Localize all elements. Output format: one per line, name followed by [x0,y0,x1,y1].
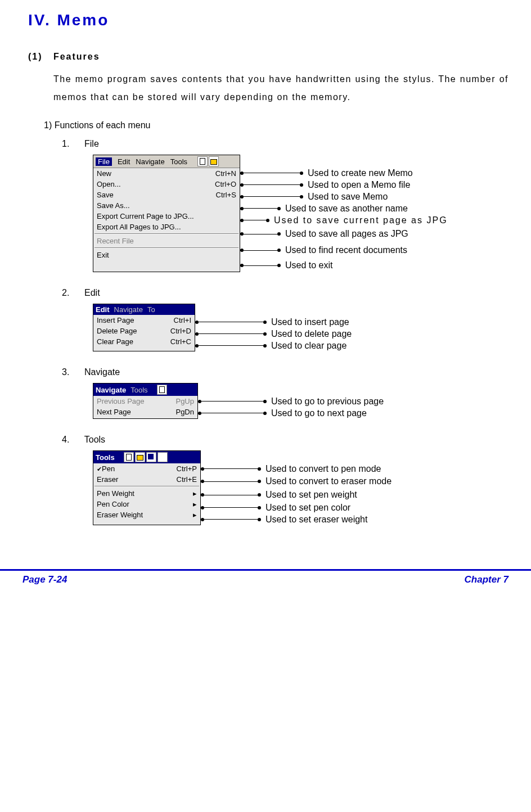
menuitem-prev[interactable]: Previous PagePgUp [93,396,197,407]
menu-edit[interactable]: Edit [96,305,110,314]
new-icon[interactable] [197,156,208,166]
tools-menu-panel: Tools ✔PenCtrl+P EraserCtrl+E Pen Weight… [93,450,201,525]
annot-eraserweight: Used to set eraser weight [266,515,367,525]
menubar: Navigate Tools [93,384,197,396]
footer-page: Page 7-24 [22,574,67,585]
heading-file: 1. File [62,139,508,149]
menuitem-export-current[interactable]: Export Current Page to JPG... [93,211,240,222]
menuitem-open[interactable]: Open...Ctrl+O [93,179,240,190]
menuitem-pencolor[interactable]: Pen Color▸ [93,499,200,509]
annot-insert: Used to insert page [271,317,349,327]
save-icon[interactable] [146,452,156,462]
menuitem-exit[interactable]: Exit [93,250,240,260]
file-menu-panel: File Edit Navigate Tools NewCtrl+N Open.… [93,155,240,272]
annot-saveas: Used to save as another name [285,204,408,214]
annot-exit: Used to exit [285,260,332,270]
menuitem-new[interactable]: NewCtrl+N [93,168,240,179]
annot-recent: Used to find recent documents [285,245,407,255]
paragraph-intro: The memo program saves contents that you… [53,70,508,106]
menubar: Tools [93,451,200,463]
footer-chapter: Chapter 7 [465,574,508,585]
annot-eraser: Used to convert to eraser mode [266,476,392,486]
annot-save: Used to save Memo [308,192,388,202]
annot-pencolor: Used to set pen color [266,503,350,513]
menuitem-clear[interactable]: Clear PageCtrl+C [93,336,195,347]
annot-next: Used to go to next page [271,408,367,418]
menu-edit[interactable]: Edit [118,157,130,166]
menuitem-eraser[interactable]: EraserCtrl+E [93,474,200,485]
new-icon[interactable] [124,452,134,462]
check-icon: ✔ [97,466,102,472]
menu-tools[interactable]: Tools [130,386,147,394]
menu-navigate[interactable]: Navigate [136,157,164,166]
heading-features: (1) Features [28,52,508,62]
menu-tools[interactable]: Tools [170,157,187,166]
menuitem-saveas[interactable]: Save As... [93,200,240,211]
heading-navigate: 3. Navigate [62,367,508,377]
heading-edit: 2. Edit [62,288,508,298]
menuitem-export-all[interactable]: Export All Pages to JPG... [93,222,240,232]
menu-navigate[interactable]: Navigate [96,386,126,394]
menuitem-next[interactable]: Next PagePgDn [93,407,197,417]
heading-tools: 4. Tools [62,435,508,445]
menuitem-delete[interactable]: Delete PageCtrl+D [93,326,195,336]
menuitem-penweight[interactable]: Pen Weight▸ [93,488,200,499]
menu-tools[interactable]: To [147,305,155,314]
menu-tools[interactable]: Tools [96,453,115,462]
menuitem-save[interactable]: SaveCtrl+S [93,190,240,200]
menuitem-insert[interactable]: Insert PageCtrl+I [93,315,195,326]
navigate-menu-panel: Navigate Tools Previous PagePgUp Next Pa… [93,383,198,419]
annot-clear: Used to clear page [271,341,346,351]
page-title: IV. Memo [28,11,508,29]
annot-new: Used to create new Memo [308,168,413,178]
menubar: Edit Navigate To [93,304,195,315]
menuitem-pen[interactable]: ✔PenCtrl+P [93,463,200,474]
annot-penweight: Used to set pen weight [266,490,357,500]
page-footer: Page 7-24 Chapter 7 [0,569,531,589]
annot-open: Used to open a Memo file [308,180,410,190]
menu-file[interactable]: File [96,157,112,166]
annot-export-current: Used to save current page as JPG [274,215,448,225]
annot-export-all: Used to save all pages as JPG [285,229,408,239]
open-icon[interactable] [135,452,145,462]
annot-prev: Used to go to previous page [271,396,384,407]
edit-menu-panel: Edit Navigate To Insert PageCtrl+I Delet… [93,304,195,351]
heading-functions: 1) Functions of each menu [44,120,508,130]
open-icon[interactable] [209,156,219,166]
menubar: File Edit Navigate Tools [93,155,240,168]
menuitem-eraserweight[interactable]: Eraser Weight▸ [93,509,200,520]
annot-delete: Used to delete page [271,329,352,339]
menuitem-recent: Recent File [93,236,240,246]
annot-pen: Used to convert to pen mode [266,464,381,474]
menu-navigate[interactable]: Navigate [114,305,143,314]
copy-icon[interactable] [158,452,168,462]
new-icon[interactable] [157,385,167,395]
